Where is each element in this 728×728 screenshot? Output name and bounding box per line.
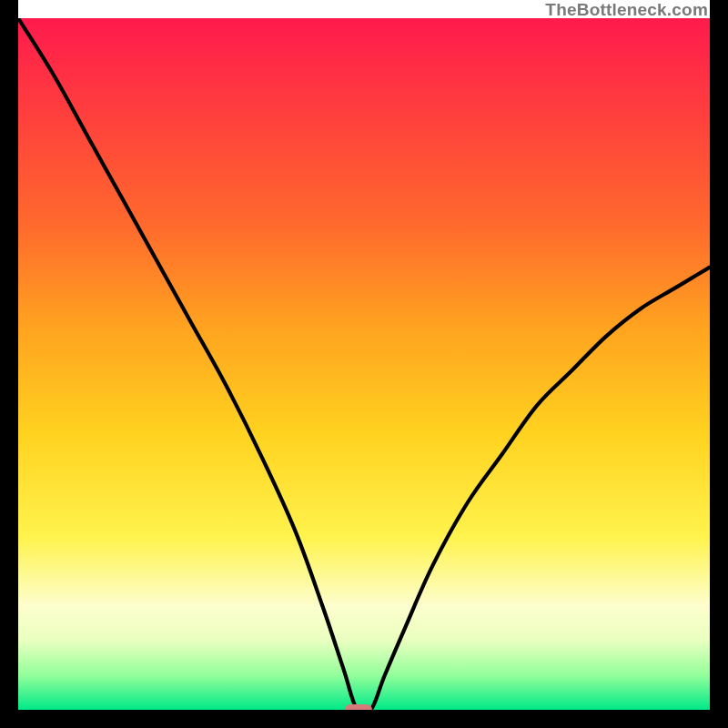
chart-frame: TheBottleneck.com xyxy=(0,0,728,728)
plot-area xyxy=(18,18,710,710)
watermark-text: TheBottleneck.com xyxy=(545,0,708,20)
frame-border-bottom xyxy=(0,710,728,728)
frame-border-right xyxy=(710,0,728,728)
bottleneck-curve xyxy=(18,18,710,710)
frame-border-left xyxy=(0,0,18,728)
